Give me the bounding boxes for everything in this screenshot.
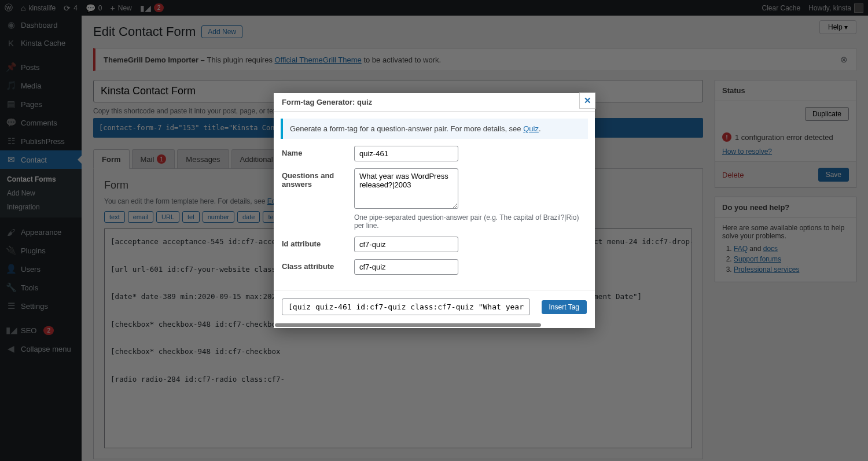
close-icon[interactable]: ✕: [579, 93, 595, 109]
qa-label: Questions and answers: [282, 168, 354, 230]
class-input[interactable]: [354, 259, 458, 275]
qa-hint: One pipe-separated question-answer pair …: [354, 213, 580, 230]
name-input[interactable]: [354, 146, 458, 161]
id-label: Id attribute: [282, 237, 354, 252]
qa-textarea[interactable]: What year was WordPress released?|2003: [354, 168, 458, 209]
quiz-doc-link[interactable]: Quiz: [523, 124, 539, 133]
class-label: Class attribute: [282, 259, 354, 275]
modal-scrollbar[interactable]: [275, 323, 541, 327]
id-input[interactable]: [354, 237, 458, 252]
output-tag-input[interactable]: [282, 298, 530, 315]
insert-tag-button[interactable]: Insert Tag: [542, 300, 587, 314]
modal-title: Form-tag Generator: quiz: [282, 98, 372, 106]
modal-info: Generate a form-tag for a question-answe…: [281, 119, 588, 139]
form-tag-modal: Form-tag Generator: quiz ✕ Generate a fo…: [274, 93, 595, 328]
name-label: Name: [282, 146, 354, 161]
